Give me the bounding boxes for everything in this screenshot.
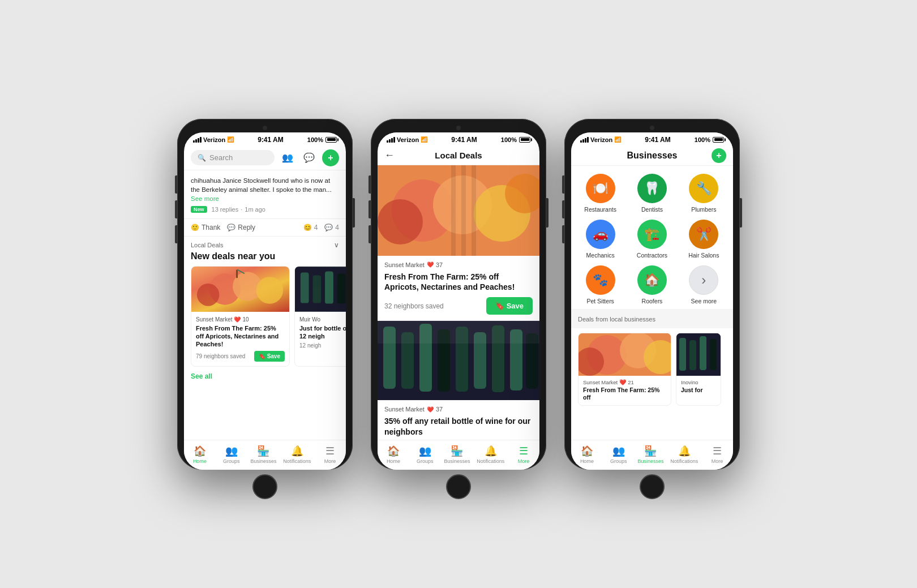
biz-deal-title-1: Fresh From The Farm: 25% off — [583, 387, 666, 402]
emoji-count: 😊 4 — [303, 224, 318, 231]
deal-full-body-2: Sunset Market ❤️ 37 35% off any retail b… — [378, 400, 539, 439]
biz-deal-card-1[interactable]: Sunset Market ❤️ 21 Fresh From The Farm:… — [578, 333, 671, 406]
biz-contractors[interactable]: 🏗️ Contractors — [629, 220, 674, 259]
home-button-2[interactable] — [446, 474, 471, 499]
tab-more-2[interactable]: ☰ More — [511, 445, 536, 464]
thank-label: Thank — [202, 224, 220, 231]
biz-wine-svg — [676, 333, 721, 376]
phone2-scroll: Sunset Market ❤️ 37 Fresh From The Farm:… — [378, 165, 539, 440]
groups-icon-3: 👥 — [612, 445, 625, 457]
phone3-title: Businesses — [627, 151, 678, 161]
save-button-1[interactable]: 🔖 Save — [254, 351, 285, 362]
local-deals-header: Local Deals ∨ — [184, 237, 346, 251]
local-deals-section-title: Local Deals — [191, 242, 223, 248]
svg-rect-7 — [301, 272, 309, 303]
svg-rect-4 — [236, 269, 238, 278]
see-all-link[interactable]: See all — [184, 372, 346, 386]
svg-line-5 — [237, 269, 245, 273]
deal-full-seller-1: Sunset Market ❤️ 37 — [384, 261, 533, 268]
deal-card-1[interactable]: Sunset Market ❤️ 10 Fresh From The Farm:… — [191, 266, 290, 367]
reply-number: 4 — [335, 224, 339, 231]
status-bar-3: Verizon 📶 9:41 AM 100% — [571, 132, 733, 146]
search-box[interactable]: 🔍 Search — [191, 150, 275, 165]
biz-dentists[interactable]: 🦷 Dentists — [629, 174, 674, 213]
reply-button[interactable]: 💬 Reply — [227, 224, 255, 231]
replies-count: 13 replies — [212, 206, 239, 213]
tab-home-1[interactable]: 🏠 Home — [187, 445, 212, 464]
save-button-full-1[interactable]: 🔖 Save — [486, 297, 533, 315]
tab-notifications-1[interactable]: 🔔 Notifications — [283, 445, 311, 464]
phone2-header: ← Local Deals — [378, 146, 539, 165]
new-deals-heading: New deals near you — [184, 251, 346, 266]
plus-icon-btn[interactable]: + — [322, 149, 339, 166]
people-icon-btn[interactable]: 👥 — [279, 149, 296, 166]
deal-title-1: Fresh From The Farm: 25% off Apricots, N… — [196, 324, 285, 349]
home-button-3[interactable] — [640, 474, 665, 499]
deal-card-2-body: Muir Wo Just for bottle of 12 neigh 12 n… — [295, 312, 346, 354]
see-more-link[interactable]: See more — [191, 195, 219, 202]
biz-restaurants[interactable]: 🍽️ Restaurants — [578, 174, 623, 213]
more-icon: ☰ — [325, 445, 335, 457]
thank-icon: 🙂 — [191, 224, 199, 231]
deal-card-2[interactable]: Muir Wo Just for bottle of 12 neigh 12 n… — [294, 266, 346, 367]
biz-fruit-svg — [579, 333, 671, 376]
status-bar-1: Verizon 📶 9:41 AM 100% — [184, 132, 346, 146]
deal-footer-1: 79 neighbors saved 🔖 Save — [196, 351, 285, 362]
neighbors-saved-2: 12 neigh — [299, 342, 321, 349]
home-label: Home — [193, 458, 207, 464]
biz-see-more[interactable]: › See more — [682, 265, 726, 304]
businesses-icon: 🏪 — [257, 445, 269, 457]
deal-card-2-image — [295, 267, 346, 312]
post-body: chihuahua Janice Stockwell found who is … — [191, 177, 332, 193]
heart-icon-full-2: ❤️ — [427, 406, 434, 413]
phone1-header: 🔍 Search 👥 💬 + — [184, 146, 346, 170]
biz-deal-card-2[interactable]: Inovino Just for — [676, 333, 721, 406]
status-bar-2: Verizon 📶 9:41 AM 100% — [378, 132, 539, 146]
deal-full-seller-2: Sunset Market ❤️ 37 — [384, 406, 533, 413]
tab-home-3[interactable]: 🏠 Home — [575, 445, 599, 464]
seller-name-full-1: Sunset Market — [384, 261, 425, 268]
tab-businesses-3[interactable]: 🏪 Businesses — [637, 445, 663, 464]
notifications-icon-3: 🔔 — [678, 445, 691, 457]
businesses-icon-3: 🏪 — [644, 445, 657, 457]
tab-bar-2: 🏠 Home 👥 Groups 🏪 Businesses 🔔 Notificat… — [378, 440, 539, 470]
signal-icon — [193, 137, 202, 143]
home-button-1[interactable] — [252, 474, 277, 499]
tab-notifications-2[interactable]: 🔔 Notifications — [477, 445, 504, 464]
tab-businesses-1[interactable]: 🏪 Businesses — [250, 445, 276, 464]
signal-icon-3 — [580, 137, 589, 143]
carrier-3: Verizon — [590, 136, 612, 143]
deal-seller-1: Sunset Market ❤️ 10 — [196, 316, 285, 323]
biz-roofers[interactable]: 🏠 Roofers — [629, 265, 674, 304]
tab-more-3[interactable]: ☰ More — [705, 445, 730, 464]
biz-plumbers[interactable]: 🔧 Plumbers — [682, 174, 726, 213]
fruit-svg-large — [378, 165, 539, 256]
back-arrow[interactable]: ← — [384, 149, 395, 161]
home-label-3: Home — [580, 458, 594, 464]
svg-rect-39 — [689, 340, 696, 370]
tab-businesses-2[interactable]: 🏪 Businesses — [444, 445, 470, 464]
chevron-down-icon[interactable]: ∨ — [334, 241, 339, 249]
plus-button-3[interactable]: + — [712, 148, 726, 163]
thank-button[interactable]: 🙂 Thank — [191, 224, 220, 231]
biz-pet-sitters[interactable]: 🐾 Pet Sitters — [578, 265, 623, 304]
tab-more-1[interactable]: ☰ More — [318, 445, 342, 464]
biz-hair-salons[interactable]: ✂️ Hair Salons — [682, 220, 726, 259]
home-icon-2: 🏠 — [387, 445, 400, 457]
restaurants-label: Restaurants — [584, 206, 616, 213]
tab-groups-2[interactable]: 👥 Groups — [413, 445, 438, 464]
battery-icon — [325, 137, 337, 143]
biz-mechanics[interactable]: 🚗 Mechanics — [578, 220, 623, 259]
see-more-label: See more — [691, 298, 717, 304]
tab-notifications-3[interactable]: 🔔 Notifications — [670, 445, 698, 464]
signal-icon-2 — [387, 137, 395, 143]
tab-groups-1[interactable]: 👥 Groups — [219, 445, 244, 464]
phone2-title: Local Deals — [435, 151, 482, 160]
tab-groups-3[interactable]: 👥 Groups — [606, 445, 631, 464]
deal-full-footer-1: 32 neighbors saved 🔖 Save — [384, 297, 533, 315]
tab-home-2[interactable]: 🏠 Home — [381, 445, 406, 464]
businesses-label-2: Businesses — [444, 458, 470, 464]
chat-icon-btn[interactable]: 💬 — [301, 149, 318, 166]
svg-point-16 — [378, 199, 423, 244]
svg-point-3 — [197, 284, 220, 306]
